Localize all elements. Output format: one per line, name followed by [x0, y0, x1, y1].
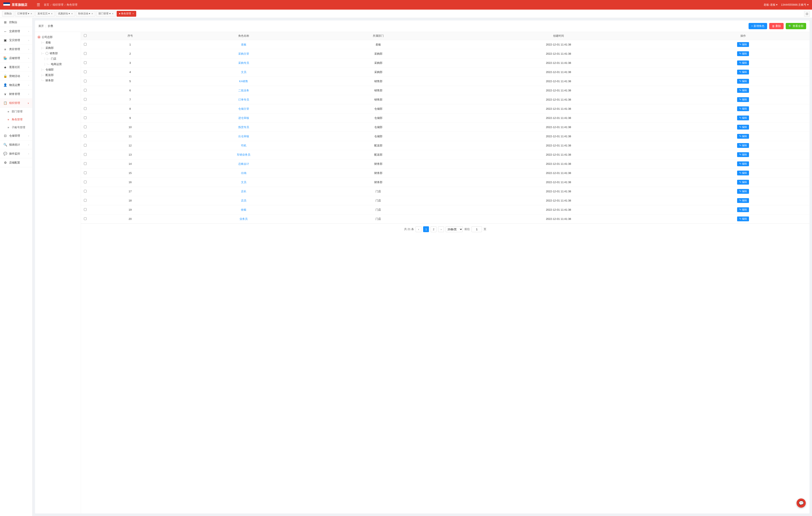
tab-discount-close[interactable]: ✕ — [71, 12, 73, 15]
row-checkbox-7[interactable] — [84, 98, 87, 101]
row-name-5[interactable]: KA销售 — [171, 77, 316, 86]
row-checkbox-20[interactable] — [84, 217, 87, 220]
row-name-7[interactable]: 订单专员 — [171, 95, 316, 104]
edit-button-20[interactable]: ✎ 编辑 — [737, 216, 749, 221]
tree-node-warehouse-dept[interactable]: ├─ 仓储部 — [41, 67, 78, 72]
edit-button-18[interactable]: ✎ 编辑 — [737, 198, 749, 203]
row-checkbox-6[interactable] — [84, 89, 87, 92]
row-checkbox-16[interactable] — [84, 181, 87, 183]
sidebar-item-category[interactable]: ≡ 类目管理 › — [0, 45, 32, 54]
row-name-11[interactable]: 出仓审核 — [171, 132, 316, 141]
row-name-19[interactable]: 收银 — [171, 205, 316, 214]
sidebar-item-monitor[interactable]: 💬 操作监控 › — [0, 149, 32, 158]
tab-flash-close[interactable]: ✕ — [91, 12, 93, 15]
sidebar-item-transaction[interactable]: ↔ 交易管理 › — [0, 27, 32, 36]
breadcrumb-org[interactable]: 组织管理 — [53, 3, 63, 7]
row-name-2[interactable]: 采购主管 — [171, 49, 316, 58]
edit-button-3[interactable]: ✎ 编辑 — [737, 60, 749, 65]
sidebar-item-logistics[interactable]: 👤 物流运费 › — [0, 81, 32, 90]
tree-node-company[interactable]: 公司总部 — [37, 34, 78, 40]
tab-settings-icon[interactable]: ⊡ — [804, 11, 810, 17]
edit-button-10[interactable]: ✎ 编辑 — [737, 125, 749, 129]
menu-icon[interactable]: ☰ — [37, 2, 40, 7]
row-name-12[interactable]: 司机 — [171, 141, 316, 150]
row-name-15[interactable]: 出纳 — [171, 169, 316, 178]
float-chat-button[interactable]: 💬 — [796, 498, 806, 508]
row-name-13[interactable]: 车销业务员 — [171, 150, 316, 159]
row-name-10[interactable]: 拣货专员 — [171, 123, 316, 132]
row-name-4[interactable]: 文员 — [171, 68, 316, 77]
edit-button-15[interactable]: ✎ 编辑 — [737, 171, 749, 175]
row-name-17[interactable]: 店长 — [171, 187, 316, 196]
row-checkbox-18[interactable] — [84, 199, 87, 202]
sidebar-item-warehouse[interactable]: ⊡ 仓储管理 › — [0, 131, 32, 140]
row-name-16[interactable]: 文员 — [171, 178, 316, 187]
tab-role[interactable]: ● 角色管理✕ — [117, 11, 137, 17]
tab-role-close[interactable]: ✕ — [132, 12, 134, 15]
page-1-btn[interactable]: 1 — [423, 226, 429, 232]
edit-button-16[interactable]: ✎ 编辑 — [737, 180, 749, 185]
tree-node-store-branch[interactable]: │ ├─ 门店 — [44, 56, 78, 62]
breadcrumb-home[interactable]: 首页 — [44, 3, 49, 7]
submenu-item-role[interactable]: ≡ 角色管理 — [0, 116, 32, 123]
tab-publish[interactable]: 发布宝贝 ▾✕ — [35, 11, 55, 17]
row-name-18[interactable]: 店员 — [171, 196, 316, 205]
breadcrumb-role[interactable]: 角色管理 — [66, 3, 78, 7]
edit-button-1[interactable]: ✎ 编辑 — [737, 42, 749, 47]
row-checkbox-13[interactable] — [84, 153, 87, 156]
edit-button-7[interactable]: ✎ 编辑 — [737, 97, 749, 102]
view-all-button[interactable]: 🔍 查看全部 — [786, 23, 806, 29]
row-name-1[interactable]: 老板 — [171, 40, 316, 49]
page-size-select[interactable]: 20条/页 50条/页 100条/页 — [446, 226, 463, 232]
row-checkbox-8[interactable] — [84, 107, 87, 110]
sidebar-item-org[interactable]: 📋 组织管理 ∨ — [0, 99, 32, 108]
row-checkbox-9[interactable] — [84, 116, 87, 119]
row-name-8[interactable]: 仓储主管 — [171, 104, 316, 114]
edit-button-12[interactable]: ✎ 编辑 — [737, 143, 749, 148]
row-checkbox-1[interactable] — [84, 43, 87, 46]
row-name-9[interactable]: 进仓审核 — [171, 114, 316, 123]
row-checkbox-15[interactable] — [84, 172, 87, 174]
submenu-item-dept[interactable]: ≡ 部门管理 — [0, 108, 32, 116]
edit-button-8[interactable]: ✎ 编辑 — [737, 107, 749, 111]
sidebar-item-report[interactable]: 🔍 报表统计 › — [0, 140, 32, 149]
edit-button-4[interactable]: ✎ 编辑 — [737, 70, 749, 74]
collapse-btn[interactable]: 折叠 — [48, 24, 53, 28]
tab-order-close[interactable]: ✕ — [30, 12, 32, 15]
tab-dashboard[interactable]: 控制台 — [2, 11, 14, 17]
row-name-20[interactable]: 业务员 — [171, 214, 316, 223]
tab-discount[interactable]: 优惠折扣 ▾✕ — [56, 11, 75, 17]
row-checkbox-2[interactable] — [84, 52, 87, 55]
tab-dept-close[interactable]: ✕ — [112, 12, 114, 15]
row-checkbox-3[interactable] — [84, 61, 87, 64]
edit-button-2[interactable]: ✎ 编辑 — [737, 51, 749, 56]
tree-node-boss[interactable]: ├─ 老板 — [41, 40, 78, 45]
user-info[interactable]: 老板-老板 ▾ — [763, 3, 778, 7]
edit-button-13[interactable]: ✎ 编辑 — [737, 152, 749, 157]
sidebar-item-config[interactable]: ⚙ 店铺配置 — [0, 158, 32, 167]
edit-button-14[interactable]: ✎ 编辑 — [737, 161, 749, 166]
row-checkbox-5[interactable] — [84, 80, 87, 82]
edit-button-17[interactable]: ✎ 编辑 — [737, 189, 749, 194]
edit-button-6[interactable]: ✎ 编辑 — [737, 88, 749, 93]
tab-publish-close[interactable]: ✕ — [51, 12, 53, 15]
row-checkbox-10[interactable] — [84, 126, 87, 128]
sidebar-item-treasure[interactable]: ▣ 宝贝管理 › — [0, 36, 32, 45]
tree-node-finance-dept[interactable]: └─ 财务部 — [41, 78, 78, 83]
edit-button-9[interactable]: ✎ 编辑 — [737, 116, 749, 120]
account-info[interactable]: 13444555666:主账号 ▾ — [781, 3, 809, 7]
row-checkbox-17[interactable] — [84, 190, 87, 192]
tree-node-delivery[interactable]: ├─ 配送部 — [41, 72, 78, 78]
row-checkbox-19[interactable] — [84, 208, 87, 211]
next-page-btn[interactable]: › — [438, 226, 444, 232]
row-checkbox-4[interactable] — [84, 70, 87, 73]
sidebar-item-marketing[interactable]: 🔒 营销活动 › — [0, 72, 32, 81]
sidebar-item-community[interactable]: ♣ 逛逛社区 › — [0, 63, 32, 72]
row-name-6[interactable]: 二批业务 — [171, 86, 316, 95]
tree-node-purchase[interactable]: ├─ 采购部 — [41, 45, 78, 51]
sidebar-item-finance[interactable]: ¥ 财务管理 › — [0, 90, 32, 99]
row-name-14[interactable]: 总账会计 — [171, 159, 316, 169]
edit-button-5[interactable]: ✎ 编辑 — [737, 79, 749, 84]
row-checkbox-14[interactable] — [84, 162, 87, 165]
select-all-checkbox[interactable] — [84, 34, 87, 37]
